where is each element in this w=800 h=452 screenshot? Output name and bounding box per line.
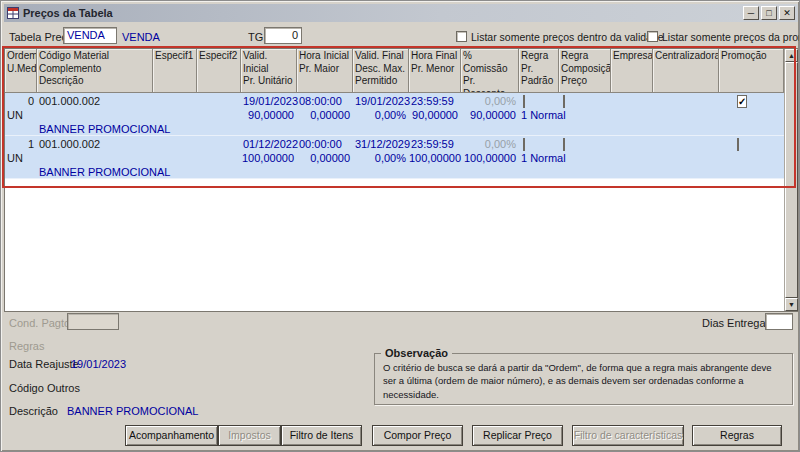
cell-hora-inicial: 00:00:00 [297,138,353,150]
vertical-scrollbar[interactable]: ▲ ▼ [784,49,797,311]
filtro-de-itens-button[interactable]: Filtro de Itens [281,425,362,446]
promocao-checkbox[interactable]: ✓ [737,95,747,108]
grid-header: Ordem U.Med. Código Material Complemento… [5,49,784,93]
scrollbar-thumb[interactable] [785,62,798,298]
maximize-button[interactable]: □ [761,6,777,20]
grid-rows: 0 001.000.002 19/01/2023 08:00:00 19/01/… [5,93,784,179]
cell-ordem: 0 [5,95,37,107]
regra-composicao-checkbox[interactable] [563,138,565,151]
cell-hora-inicial: 08:00:00 [297,95,353,107]
tabela-preco-description: VENDA [122,31,160,43]
compor-preco-button[interactable]: Compor Preço [372,425,463,446]
cell-hora-final: 23:59:59 [409,138,461,150]
table-row[interactable]: 0 001.000.002 19/01/2023 08:00:00 19/01/… [5,93,784,136]
tg-label: TG [248,31,263,43]
cell-umed: UN [5,109,37,121]
regras-button[interactable]: Regras [692,425,782,446]
cell-valid-inicial: 19/01/2023 [241,95,297,107]
tg-value: 0 [292,29,298,41]
replicar-preco-button[interactable]: Replicar Preço [472,425,563,446]
validade-filter-label[interactable]: Listar somente preços dentro da validade [471,31,664,43]
cell-pr-menor: 100,00000 [409,152,461,164]
cell-pr-desconto: 100,00000 [461,152,519,164]
descricao-label: Descrição [9,405,58,417]
column-header-ordem-umed[interactable]: Ordem U.Med. [5,49,37,93]
column-header-codigo-material[interactable]: Código Material Complemento Descrição [37,49,153,93]
column-header-valid-inicial[interactable]: Valid. Inicial Pr. Unitário [241,49,297,93]
cell-pr-maior: 0,00000 [297,152,353,164]
cell-comissao: 0,00% [461,95,519,107]
minimize-button[interactable]: ─ [743,6,759,20]
regra-padrao-checkbox[interactable] [523,95,525,108]
codigo-outros-label: Código Outros [9,382,80,394]
scroll-down-icon[interactable]: ▼ [785,298,798,311]
cell-hora-final: 23:59:59 [409,95,461,107]
acompanhamento-button[interactable]: Acompanhamento [125,425,218,446]
cell-pr-desconto: 90,00000 [461,109,519,121]
column-header-regra-composicao[interactable]: Regra Composição Preço [559,49,611,93]
cell-regra: 1 Normal [519,109,611,121]
filtro-de-caracteristicas-button: Filtro de características [572,425,684,446]
scroll-up-icon[interactable]: ▲ [785,49,798,62]
column-header-centralizadora[interactable]: Centralizadora [653,49,719,93]
cond-pagto-field [67,313,119,330]
promocao-checkbox[interactable] [737,138,739,151]
table-row[interactable]: 1 001.000.002 01/12/2022 00:00:00 31/12/… [5,136,784,179]
column-header-hora-inicial[interactable]: Hora Inicial Pr. Maior [297,49,353,93]
observacao-text: O critério de busca se dará a partir da … [375,354,792,401]
regras-label: Regras [9,340,44,352]
titlebar: Preços da Tabela ─ □ ✕ [4,4,798,22]
window-precos-da-tabela: Preços da Tabela ─ □ ✕ Tabela Preço VEND… [0,0,800,452]
cell-pr-unitario: 90,00000 [241,109,297,121]
cell-regra: 1 Normal [519,152,611,164]
cell-codigo-material: 001.000.002 [37,138,153,150]
column-header-comissao[interactable]: % Comissão Pr. Desconto [461,49,519,93]
window-title: Preços da Tabela [23,7,741,19]
promocao-filter-checkbox[interactable] [647,31,658,42]
column-header-especif1[interactable]: Especif1 [153,49,197,93]
cell-comissao: 0,00% [461,138,519,150]
cell-desc-max: 0,00% [353,109,409,121]
data-reajuste-label: Data Reajuste [9,358,79,370]
close-button[interactable]: ✕ [779,6,795,20]
column-header-especif2[interactable]: Especif2 [197,49,241,93]
dias-entrega-label: Dias Entrega [702,317,766,329]
data-reajuste-value: 19/01/2023 [71,358,126,370]
app-icon[interactable] [7,7,19,19]
cell-descricao: BANNER PROMOCIONAL [37,123,653,135]
cell-valid-final: 19/01/2023 [353,95,409,107]
cell-desc-max: 0,00% [353,152,409,164]
tabela-preco-input[interactable]: VENDA [63,27,117,44]
descricao-value: BANNER PROMOCIONAL [67,405,198,417]
validade-filter-checkbox[interactable] [456,31,467,42]
prices-grid: Ordem U.Med. Código Material Complemento… [4,48,798,312]
cond-pagto-label: Cond. Pagto. [9,317,73,329]
column-header-hora-final[interactable]: Hora Final Pr. Menor [409,49,461,93]
cell-umed: UN [5,152,37,164]
regra-composicao-checkbox[interactable] [563,95,565,108]
promocao-filter-label[interactable]: Listar somente preços da promoção [662,31,800,43]
tg-input[interactable]: 0 [264,27,302,44]
column-header-empresa[interactable]: Empresa [611,49,653,93]
impostos-button: Impostos [218,425,281,446]
cell-ordem: 1 [5,138,37,150]
observacao-groupbox: Observação O critério de busca se dará a… [374,353,793,405]
cell-valid-inicial: 01/12/2022 [241,138,297,150]
cell-descricao: BANNER PROMOCIONAL [37,166,653,178]
cell-valid-final: 31/12/2029 [353,138,409,150]
dias-entrega-field[interactable] [765,313,793,330]
regra-padrao-checkbox[interactable] [523,138,525,151]
column-header-valid-final[interactable]: Valid. Final Desc. Max. Permitido [353,49,409,93]
observacao-title: Observação [381,347,452,359]
column-header-promocao[interactable]: Promoção [719,49,784,93]
cell-codigo-material: 001.000.002 [37,95,153,107]
cell-pr-menor: 90,00000 [409,109,461,121]
cell-pr-unitario: 100,00000 [241,152,297,164]
column-header-regra-padrao[interactable]: Regra Pr. Padrão [519,49,559,93]
tabela-preco-value: VENDA [67,29,105,41]
cell-pr-maior: 0,00000 [297,109,353,121]
